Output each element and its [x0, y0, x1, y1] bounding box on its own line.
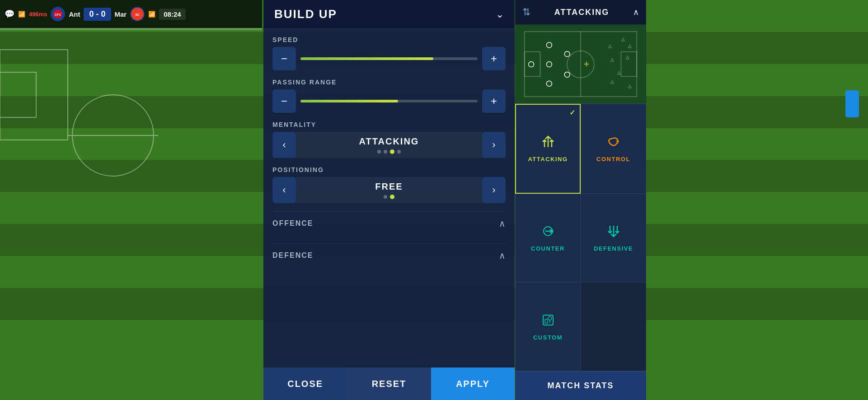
counter-label: COUNTER — [531, 245, 565, 252]
mentality-selector-row: ‹ ATTACKING › — [272, 132, 506, 158]
positioning-value: FREE — [375, 181, 403, 192]
svg-text:△: △ — [610, 57, 614, 62]
tactics-panel: BUILD UP ⌄ SPEED − + PASSING RANGE − — [263, 0, 515, 400]
passing-slider-fill — [300, 100, 398, 102]
speed-slider-track — [300, 57, 478, 60]
formation-display: ✛ △ △ △ △ △ △ △ △ — [515, 25, 646, 104]
defensive-label: DEFENSIVE — [594, 245, 633, 252]
apply-button[interactable]: APPLY — [431, 367, 515, 400]
tactic-cell-empty — [581, 282, 646, 371]
match-time: 08:24 — [159, 9, 185, 20]
svg-rect-3 — [0, 72, 36, 117]
wifi-icon: 📶 — [18, 11, 25, 18]
speed-slider-row: − + — [272, 47, 506, 70]
speed-slider-fill — [300, 57, 433, 60]
away-team-logo: SC — [130, 7, 145, 21]
mentality-dot-4 — [397, 150, 401, 153]
mentality-next-button[interactable]: › — [482, 132, 506, 158]
tactics-title: BUILD UP — [274, 7, 337, 21]
svg-text:△: △ — [628, 84, 632, 88]
tactics-footer: CLOSE RESET APPLY — [263, 367, 515, 400]
control-icon — [606, 135, 621, 152]
away-wifi-icon: 📶 — [148, 11, 155, 18]
mentality-value-container: ATTACKING — [296, 132, 482, 158]
match-stats-button[interactable]: MATCH STATS — [515, 371, 646, 400]
svg-text:CFC: CFC — [55, 13, 61, 16]
positioning-dot-1 — [384, 195, 387, 199]
svg-text:△: △ — [608, 43, 612, 48]
tactic-cell-control[interactable]: CONTROL — [581, 104, 646, 194]
svg-text:✛: ✛ — [584, 60, 589, 68]
tactic-cell-counter[interactable]: COUNTER — [515, 194, 581, 283]
control-label: CONTROL — [596, 156, 630, 163]
svg-text:SC: SC — [135, 13, 140, 16]
speed-increase-button[interactable]: + — [482, 47, 506, 70]
mentality-section: MENTALITY ‹ ATTACKING › — [272, 121, 506, 158]
mentality-label: MENTALITY — [272, 121, 506, 128]
formation-svg: ✛ △ △ △ △ △ △ △ △ — [515, 25, 646, 103]
home-team-name: Ant — [69, 10, 80, 18]
passing-slider-track-container[interactable] — [300, 89, 478, 113]
mentality-dot-2 — [384, 150, 387, 153]
tactic-grid: ATTACKING CONTROL COUNTER — [515, 104, 646, 371]
custom-icon — [541, 313, 555, 330]
mentality-value: ATTACKING — [359, 136, 419, 147]
svg-point-39 — [548, 316, 552, 320]
tactic-cell-attacking[interactable]: ATTACKING — [515, 104, 581, 194]
chat-icon[interactable]: 💬 — [5, 9, 14, 19]
mentality-prev-button[interactable]: ‹ — [272, 132, 296, 158]
ping-display: 496ms — [29, 11, 47, 18]
defence-collapse-icon: ∧ — [499, 250, 506, 261]
counter-icon — [541, 224, 555, 242]
positioning-value-container: FREE — [296, 177, 482, 203]
passing-range-section: PASSING RANGE − + — [272, 79, 506, 113]
tactics-filter-icon: ⇅ — [522, 6, 530, 18]
mentality-dots — [377, 149, 401, 154]
home-team-logo: CFC — [51, 7, 65, 21]
right-panel: ⇅ ATTACKING ∧ ✛ △ △ — [515, 0, 646, 400]
positioning-section: POSITIONING ‹ FREE › — [272, 166, 506, 203]
svg-text:△: △ — [617, 70, 621, 75]
score-display: 0 - 0 — [84, 8, 111, 21]
offence-section[interactable]: OFFENCE ∧ — [272, 211, 506, 235]
player-sprite — [845, 90, 859, 117]
reset-button[interactable]: RESET — [347, 367, 431, 400]
speed-label: SPEED — [272, 36, 506, 43]
tactics-body: SPEED − + PASSING RANGE − — [263, 29, 515, 367]
positioning-selector-row: ‹ FREE › — [272, 177, 506, 203]
hud-bar: 💬 📶 496ms CFC Ant 0 - 0 Mar SC 📶 08:24 — [0, 0, 262, 28]
attacking-icon — [541, 135, 555, 152]
speed-section: SPEED − + — [272, 36, 506, 70]
offence-collapse-icon: ∧ — [499, 218, 506, 229]
passing-range-label: PASSING RANGE — [272, 79, 506, 86]
svg-text:△: △ — [626, 55, 629, 60]
close-button[interactable]: CLOSE — [263, 367, 347, 400]
defence-label: DEFENCE — [272, 251, 313, 260]
svg-text:△: △ — [610, 79, 614, 84]
offence-label: OFFENCE — [272, 219, 313, 228]
right-panel-title: ATTACKING — [554, 8, 609, 17]
defence-section[interactable]: DEFENCE ∧ — [272, 243, 506, 267]
passing-decrease-button[interactable]: − — [272, 89, 296, 113]
positioning-dots — [384, 195, 394, 199]
defensive-icon — [606, 224, 621, 242]
svg-rect-38 — [545, 319, 548, 323]
right-panel-collapse-icon[interactable]: ∧ — [633, 7, 639, 17]
svg-text:△: △ — [628, 43, 632, 48]
positioning-next-button[interactable]: › — [482, 177, 506, 203]
tactics-chevron-icon[interactable]: ⌄ — [496, 9, 504, 20]
speed-decrease-button[interactable]: − — [272, 47, 296, 70]
mentality-dot-1 — [377, 150, 381, 153]
positioning-label: POSITIONING — [272, 166, 506, 173]
away-team-name: Mar — [115, 10, 127, 18]
pitch-penalty-box — [0, 27, 90, 163]
tactics-header: BUILD UP ⌄ — [263, 0, 515, 29]
speed-slider-track-container[interactable] — [300, 47, 478, 70]
positioning-dot-2 — [390, 195, 394, 199]
passing-increase-button[interactable]: + — [482, 89, 506, 113]
tactic-cell-defensive[interactable]: DEFENSIVE — [581, 194, 646, 283]
svg-text:△: △ — [621, 37, 625, 42]
passing-slider-row: − + — [272, 89, 506, 113]
positioning-prev-button[interactable]: ‹ — [272, 177, 296, 203]
tactic-cell-custom[interactable]: CUSTOM — [515, 282, 581, 371]
